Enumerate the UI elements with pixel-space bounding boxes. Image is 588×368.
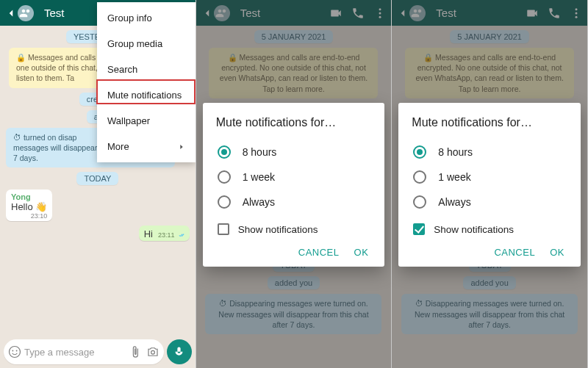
svg-point-0	[10, 347, 21, 358]
svg-point-1	[12, 350, 13, 352]
menu-item-more[interactable]: More	[97, 134, 196, 159]
svg-point-2	[16, 350, 18, 352]
cancel-button[interactable]: CANCEL	[298, 247, 340, 258]
ok-button[interactable]: OK	[550, 247, 564, 258]
radio-icon	[413, 170, 426, 184]
cancel-button[interactable]: CANCEL	[494, 247, 535, 258]
radio-8-hours[interactable]: 8 hours	[216, 140, 372, 165]
checkbox-show-notifications[interactable]: Show notifications	[216, 214, 372, 239]
menu-item-mute-notifications[interactable]: Mute notifications	[97, 82, 196, 108]
message-input-bar: Type a message	[4, 339, 192, 364]
message-time: 23:11	[158, 231, 175, 239]
checkbox-icon	[413, 223, 425, 235]
mute-dialog: Mute notifications for… 8 hours 1 week A…	[203, 103, 385, 267]
voice-record-button[interactable]	[167, 339, 192, 364]
panel-mute-dialog-checked: Test 5 JANUARY 2021 🔒 Messages and calls…	[392, 0, 588, 368]
panel-chat-with-menu: Test YESTERDAY 🔒 Messages and calls are …	[0, 0, 196, 368]
radio-always[interactable]: Always	[216, 190, 372, 214]
message-outgoing[interactable]: Hi 23:11	[139, 226, 190, 241]
radio-always[interactable]: Always	[412, 190, 567, 214]
radio-icon	[413, 145, 426, 159]
radio-1-week[interactable]: 1 week	[216, 165, 372, 190]
radio-icon	[413, 195, 426, 209]
panel-mute-dialog-unchecked: Test 5 JANUARY 2021 🔒 Messages and calls…	[196, 0, 392, 368]
message-incoming[interactable]: Yong Hello 👋 23:10	[6, 190, 52, 221]
date-separator: TODAY	[76, 172, 118, 185]
svg-point-3	[151, 350, 154, 354]
camera-icon[interactable]	[146, 345, 159, 358]
menu-item-wallpaper[interactable]: Wallpaper	[97, 108, 196, 134]
ok-button[interactable]: OK	[354, 247, 369, 258]
radio-icon	[218, 195, 231, 209]
sender-name: Yong	[11, 192, 47, 201]
message-text: Hello 👋	[11, 201, 47, 212]
dialog-title: Mute notifications for…	[412, 116, 567, 129]
radio-icon	[218, 170, 231, 184]
read-receipt-icon	[177, 232, 184, 239]
input-placeholder: Type a message	[21, 347, 129, 358]
menu-item-search[interactable]: Search	[97, 57, 196, 82]
message-input[interactable]: Type a message	[4, 339, 164, 364]
message-text: Hi	[144, 228, 153, 239]
back-button[interactable]	[4, 5, 40, 21]
group-avatar[interactable]	[18, 5, 34, 21]
menu-item-group-media[interactable]: Group media	[97, 31, 196, 57]
message-time: 23:10	[11, 212, 47, 220]
radio-1-week[interactable]: 1 week	[412, 165, 567, 190]
menu-item-group-info[interactable]: Group info	[97, 5, 196, 31]
emoji-icon[interactable]	[8, 345, 21, 358]
radio-icon	[218, 145, 231, 159]
checkbox-icon	[218, 223, 229, 235]
mute-dialog: Mute notifications for… 8 hours 1 week A…	[398, 103, 581, 267]
attach-icon[interactable]	[129, 345, 142, 358]
radio-8-hours[interactable]: 8 hours	[412, 140, 567, 165]
chevron-right-icon	[178, 143, 185, 151]
overflow-menu: Group info Group media Search Mute notif…	[97, 2, 196, 162]
dialog-title: Mute notifications for…	[216, 116, 372, 129]
checkbox-show-notifications[interactable]: Show notifications	[412, 214, 567, 239]
